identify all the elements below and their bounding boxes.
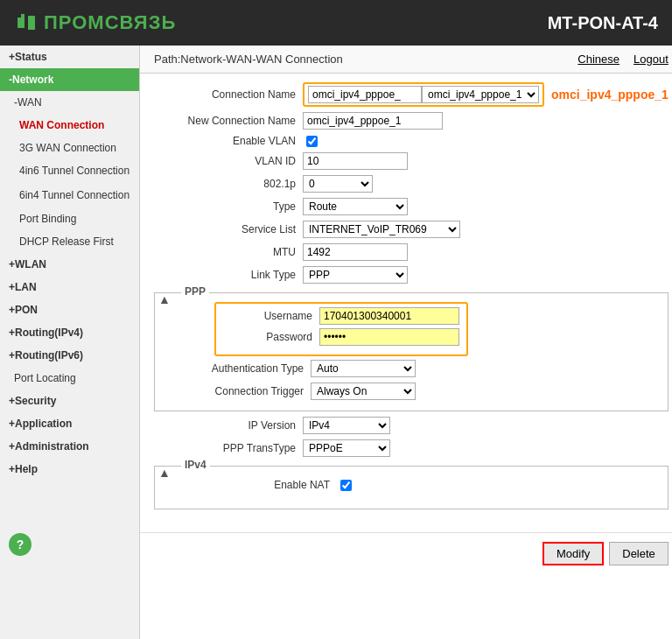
sidebar-item-3g-wan[interactable]: 3G WAN Connection — [0, 137, 139, 159]
ip-version-label: IP Version — [154, 419, 303, 432]
connection-name-select[interactable]: omci_ipv4_pppoe_1 — [422, 86, 539, 103]
username-input[interactable] — [319, 307, 459, 325]
conn-trigger-select[interactable]: Always On — [311, 383, 416, 400]
sidebar-item-port-binding[interactable]: Port Binding — [0, 207, 139, 230]
enable-vlan-checkbox[interactable] — [306, 136, 318, 147]
mtu-row: MTU — [154, 243, 668, 261]
enable-vlan-row: Enable VLAN — [154, 135, 668, 147]
content-header: Path:Network-WAN-WAN Connection Chinese … — [140, 46, 672, 74]
dot1p-row: 802.1p 0 — [154, 175, 668, 193]
content-body: Connection Name omci_ipv4_pppoe_1 omci_i… — [140, 74, 672, 523]
modify-button[interactable]: Modify — [542, 542, 604, 565]
sidebar-item-security[interactable]: +Security — [0, 390, 139, 412]
password-input[interactable] — [319, 328, 459, 346]
connection-name-box: omci_ipv4_pppoe_1 — [303, 82, 544, 107]
dot1p-select[interactable]: 0 — [303, 175, 373, 193]
sidebar-item-routing-ipv6[interactable]: +Routing(IPv6) — [0, 344, 139, 367]
ipv4-section: ▲ IPv4 Enable NAT — [154, 466, 668, 509]
vlan-id-label: VLAN ID — [154, 155, 303, 167]
sidebar-item-port-locating[interactable]: Port Locating — [0, 367, 139, 390]
svg-rect-0 — [18, 18, 24, 28]
ipv4-section-label: IPv4 — [181, 459, 210, 471]
password-row: Password — [223, 328, 459, 346]
auth-type-label: Authentication Type — [162, 362, 311, 375]
svg-rect-2 — [28, 16, 35, 30]
ppp-transtype-label: PPP TransType — [154, 442, 303, 454]
auth-type-row: Authentication Type Auto — [162, 360, 661, 377]
enable-nat-label: Enable NAT — [162, 479, 337, 491]
vlan-id-input[interactable] — [303, 152, 408, 170]
service-list-select[interactable]: INTERNET_VoIP_TR069 — [303, 221, 460, 238]
sidebar-item-4in6[interactable]: 4in6 Tunnel Connection — [0, 159, 139, 184]
password-label: Password — [223, 331, 319, 343]
sidebar-item-wan-connection[interactable]: WAN Connection — [0, 114, 139, 137]
sidebar-item-help[interactable]: +Help — [0, 458, 139, 481]
dot1p-label: 802.1p — [154, 178, 303, 190]
ppp-transtype-select[interactable]: PPPoE — [303, 439, 390, 457]
sidebar-item-wan[interactable]: -WAN — [0, 91, 139, 114]
content-area: Path:Network-WAN-WAN Connection Chinese … — [140, 46, 672, 639]
sidebar-item-pon[interactable]: +PON — [0, 298, 139, 321]
type-label: Type — [154, 200, 303, 213]
sidebar-item-wlan[interactable]: +WLAN — [0, 253, 139, 276]
vlan-id-row: VLAN ID — [154, 152, 668, 170]
service-list-label: Service List — [154, 223, 303, 235]
sidebar-bottom: ? — [0, 481, 139, 565]
link-type-row: Link Type PPP — [154, 266, 668, 284]
connection-name-label: Connection Name — [154, 88, 303, 101]
ipv4-collapse-arrow[interactable]: ▲ — [158, 466, 171, 480]
ppp-transtype-row: PPP TransType PPPoE — [154, 439, 668, 457]
main-layout: +Status -Network -WAN WAN Connection 3G … — [0, 46, 672, 639]
logo-icon — [14, 11, 38, 35]
header-links: Chinese Logout — [578, 53, 668, 66]
svg-rect-1 — [21, 14, 24, 18]
logo: ПРОМСВЯЗЬ — [14, 11, 176, 35]
sidebar-item-administration[interactable]: +Administration — [0, 435, 139, 458]
sidebar-item-status[interactable]: +Status — [0, 46, 139, 68]
mtu-label: MTU — [154, 246, 303, 258]
header: ПРОМСВЯЗЬ MT-PON-AT-4 — [0, 0, 672, 46]
sidebar-item-application[interactable]: +Application — [0, 412, 139, 435]
connection-name-row: Connection Name omci_ipv4_pppoe_1 omci_i… — [154, 82, 668, 107]
sidebar-item-dhcp-release[interactable]: DHCP Release First — [0, 230, 139, 253]
ppp-collapse-arrow[interactable]: ▲ — [158, 292, 171, 306]
breadcrumb: Path:Network-WAN-WAN Connection — [154, 53, 343, 66]
logo-text: ПРОМСВЯЗЬ — [44, 11, 176, 34]
connection-name-input[interactable] — [308, 86, 422, 103]
auth-type-select[interactable]: Auto — [311, 360, 416, 377]
sidebar-item-network[interactable]: -Network — [0, 68, 139, 91]
link-type-select[interactable]: PPP — [303, 266, 408, 284]
sidebar-item-lan[interactable]: +LAN — [0, 276, 139, 298]
username-row: Username — [223, 307, 459, 325]
new-connection-name-label: New Connection Name — [154, 115, 303, 127]
ppp-section-label: PPP — [181, 285, 209, 298]
credentials-box: Username Password — [214, 302, 468, 356]
username-label: Username — [223, 310, 319, 322]
buttons-area: Modify Delete — [140, 532, 672, 574]
conn-trigger-row: Connection Trigger Always On — [162, 383, 661, 400]
conn-trigger-label: Connection Trigger — [162, 385, 311, 397]
sidebar-item-routing-ipv4[interactable]: +Routing(IPv4) — [0, 321, 139, 344]
sidebar: +Status -Network -WAN WAN Connection 3G … — [0, 46, 140, 639]
enable-vlan-label: Enable VLAN — [154, 135, 303, 147]
service-list-row: Service List INTERNET_VoIP_TR069 — [154, 221, 668, 238]
type-row: Type Route — [154, 198, 668, 215]
delete-button[interactable]: Delete — [609, 542, 668, 565]
link-type-label: Link Type — [154, 269, 303, 281]
page-title: MT-PON-AT-4 — [548, 13, 658, 33]
type-select[interactable]: Route — [303, 198, 408, 215]
logout-link[interactable]: Logout — [634, 53, 668, 66]
sidebar-item-6in4[interactable]: 6in4 Tunnel Connection — [0, 184, 139, 208]
new-connection-name-row: New Connection Name — [154, 112, 668, 130]
ppp-section: ▲ PPP Username Password Authentication T… — [154, 292, 668, 411]
help-button[interactable]: ? — [9, 533, 32, 556]
enable-nat-row: Enable NAT — [162, 479, 661, 491]
connection-name-highlight: omci_ipv4_pppoe_1 — [551, 88, 668, 102]
ip-version-row: IP Version IPv4 — [154, 417, 668, 434]
chinese-link[interactable]: Chinese — [578, 53, 620, 66]
mtu-input[interactable] — [303, 243, 408, 261]
enable-nat-checkbox[interactable] — [340, 480, 352, 491]
new-connection-name-input[interactable] — [303, 112, 443, 130]
ip-version-select[interactable]: IPv4 — [303, 417, 390, 434]
